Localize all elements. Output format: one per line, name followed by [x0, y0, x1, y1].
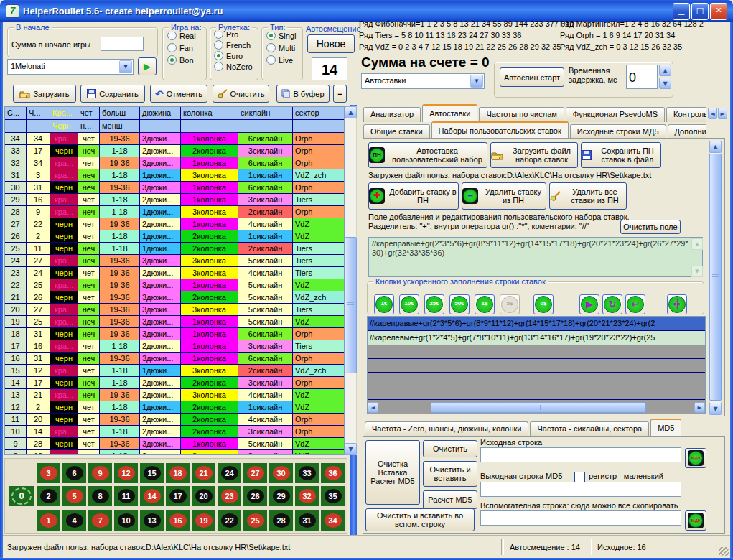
undo-chip-button[interactable]: ↩: [625, 294, 645, 314]
board-cell-9[interactable]: 9: [88, 463, 112, 483]
chip-1€[interactable]: 1€: [374, 294, 394, 314]
table-scroll-down-icon[interactable]: ▼: [345, 443, 357, 455]
tab-2[interactable]: MD5: [650, 419, 681, 437]
copy-to-buffer-button[interactable]: В буфер: [276, 85, 330, 103]
table-row[interactable]: 3234кра...чет19-363дюжи...1колонка6сикла…: [5, 157, 344, 169]
board-cell-10[interactable]: 10: [114, 510, 138, 531]
edit-scroll-up-icon[interactable]: ▲: [691, 238, 703, 250]
md5-run-button-2[interactable]: МД5: [685, 510, 706, 531]
list-scroll-right-icon[interactable]: ►: [694, 402, 705, 413]
radio-bon[interactable]: Bon: [167, 55, 206, 65]
save-button[interactable]: Сохранить: [80, 85, 145, 103]
board-cell-20[interactable]: 20: [192, 486, 215, 506]
board-cell-29[interactable]: 29: [269, 486, 293, 506]
table-row[interactable]: 1512кра...чет1-181дюжи...3колонка2сиклай…: [5, 365, 344, 377]
board-cell-23[interactable]: 23: [218, 486, 241, 506]
autospin-start-button[interactable]: Автоспин старт: [500, 67, 564, 87]
board-cell-16[interactable]: 16: [166, 510, 190, 531]
table-row[interactable]: 2511черннеч1-181дюжи...2колонка2сиклайнT…: [5, 243, 344, 255]
board-cell-19[interactable]: 19: [192, 510, 215, 531]
run-profile-button[interactable]: ▶: [138, 57, 157, 75]
board-cell-8[interactable]: 8: [88, 486, 112, 506]
radio-euro[interactable]: Euro: [214, 51, 258, 60]
start-sum-input[interactable]: [101, 37, 144, 51]
tab-3[interactable]: Функционал PsevdoMS: [566, 107, 665, 122]
table-row[interactable]: 2427кра...неч19-363дюжи...3колонка5сикла…: [5, 255, 344, 267]
table-row[interactable]: 818кра...чет1-182дюжи...3колонка3сиклайн…: [5, 450, 344, 455]
list-scrollbar-thumb[interactable]: [431, 402, 646, 413]
radio-fan[interactable]: Fan: [167, 43, 206, 52]
chip-10€[interactable]: 10€: [399, 294, 419, 314]
chip-50€[interactable]: 50€: [449, 294, 470, 314]
table-row[interactable]: 2324чернчет19-362дюжи...3колонка4сиклайн…: [5, 267, 344, 279]
autobet-user-set-button[interactable]: ПН Автоставка пользовательский набор: [368, 142, 487, 168]
chip-1$[interactable]: 1$: [475, 294, 495, 314]
md5-clear-paste-button[interactable]: Очистить и вставить: [423, 461, 477, 487]
bet-list-item[interactable]: [368, 359, 705, 373]
add-bet-button[interactable]: ✚ Добавить ставку в ПН: [368, 182, 459, 210]
tab-2[interactable]: Исходные строки МД5: [570, 124, 666, 139]
radio-live[interactable]: Live: [266, 55, 302, 65]
board-cell-25[interactable]: 25: [243, 510, 267, 531]
tab-1[interactable]: Наборы пользовательских ставок: [431, 121, 569, 139]
table-scrollbar-thumb[interactable]: [345, 237, 357, 373]
md5-run-button-1[interactable]: МД5: [685, 448, 706, 468]
radio-real[interactable]: Real: [167, 31, 206, 40]
tab-0[interactable]: Анализатор: [363, 107, 421, 122]
table-row[interactable]: 2126чернчет19-363дюжи...2колонка5сиклайн…: [5, 291, 344, 304]
bet-list-item[interactable]: [368, 386, 705, 400]
table-row[interactable]: 122чернчет1-181дюжи...2колонка1сиклайнVd…: [5, 401, 344, 414]
md5-source-input[interactable]: [480, 447, 681, 462]
board-cell-6[interactable]: 6: [62, 463, 86, 483]
board-chip-button[interactable]: ╬: [667, 294, 687, 314]
maximize-button[interactable]: □: [691, 3, 709, 20]
collapse-button[interactable]: −: [333, 85, 347, 103]
resize-grip[interactable]: [719, 547, 729, 556]
board-cell-1[interactable]: 1: [37, 510, 60, 531]
board-cell-17[interactable]: 17: [166, 486, 190, 506]
table-row[interactable]: 1120чернчет19-362дюжи...2колонка4сиклайн…: [5, 414, 344, 426]
tab-4[interactable]: Контроль банкро: [666, 107, 706, 122]
table-row[interactable]: 1831черннеч19-363дюжи...1колонка6сиклайн…: [5, 328, 344, 340]
tab-0[interactable]: Общие ставки: [363, 124, 430, 139]
spinner-up-icon[interactable]: ▲: [659, 65, 671, 76]
delay-spinner-value[interactable]: 0: [626, 65, 658, 89]
list-scroll-left-icon[interactable]: ◄: [368, 402, 378, 413]
clear-field-button[interactable]: Очистить поле: [620, 220, 681, 234]
board-cell-24[interactable]: 24: [218, 463, 241, 483]
panel-scrollbar-thumb[interactable]: [709, 154, 722, 401]
table-row[interactable]: 313кра...неч1-181дюжи...3колонка1сиклайн…: [5, 169, 344, 182]
tab-3[interactable]: Дополнитель: [668, 124, 707, 139]
clear-button[interactable]: Очистить: [213, 85, 269, 103]
board-cell-3[interactable]: 3: [37, 463, 60, 483]
md5-output-input[interactable]: [480, 482, 681, 497]
board-cell-18[interactable]: 18: [166, 463, 190, 483]
tab-1[interactable]: Автоставки: [422, 104, 477, 122]
tab-2[interactable]: Частоты по числам: [479, 107, 564, 122]
md5-clear-paste-aux-button[interactable]: Очистить и вставить во вспом. строку: [365, 508, 475, 531]
radio-multi[interactable]: Multi: [266, 43, 302, 52]
radio-singl[interactable]: Singl: [266, 31, 302, 40]
bet-list-item[interactable]: [368, 373, 705, 386]
board-cell-27[interactable]: 27: [243, 463, 267, 483]
board-cell-36[interactable]: 36: [321, 463, 345, 483]
board-cell-13[interactable]: 13: [140, 510, 164, 531]
remove-all-bets-button[interactable]: Удалить все ставки из ПН: [549, 182, 627, 210]
table-row[interactable]: 2225кра...неч19-363дюжи...1колонка5сикла…: [5, 279, 344, 291]
undo-button[interactable]: ↶ Отменить: [150, 85, 207, 103]
board-cell-15[interactable]: 15: [140, 463, 164, 483]
load-button[interactable]: Загрузить: [13, 85, 76, 103]
bet-edit-field[interactable]: //кареправые+gr(2*3*5*6)+gr(8*9*11*12)+g…: [368, 237, 703, 277]
table-row[interactable]: 3317черннеч1-182дюжи...2колонка3сиклайнO…: [5, 145, 344, 157]
radio-nozero[interactable]: NoZero: [214, 62, 258, 71]
table-row[interactable]: 289кра...неч1-181дюжи...3колонка2сиклайн…: [5, 206, 344, 218]
md5-aux-input[interactable]: [480, 510, 681, 526]
close-button[interactable]: ✕: [710, 3, 727, 20]
load-bet-file-button[interactable]: Загрузить файл набора ставок: [490, 142, 578, 168]
board-cell-26[interactable]: 26: [243, 486, 267, 506]
panel-scroll-up-icon[interactable]: ▲: [709, 141, 722, 153]
board-cell-2[interactable]: 2: [37, 486, 60, 506]
board-cell-5[interactable]: 5: [62, 486, 86, 506]
bet-list-item[interactable]: //карелевые+gr(1*2*4*5)+gr(7*8*10*11)+gr…: [368, 331, 705, 345]
board-cell-14[interactable]: 14: [140, 486, 164, 506]
